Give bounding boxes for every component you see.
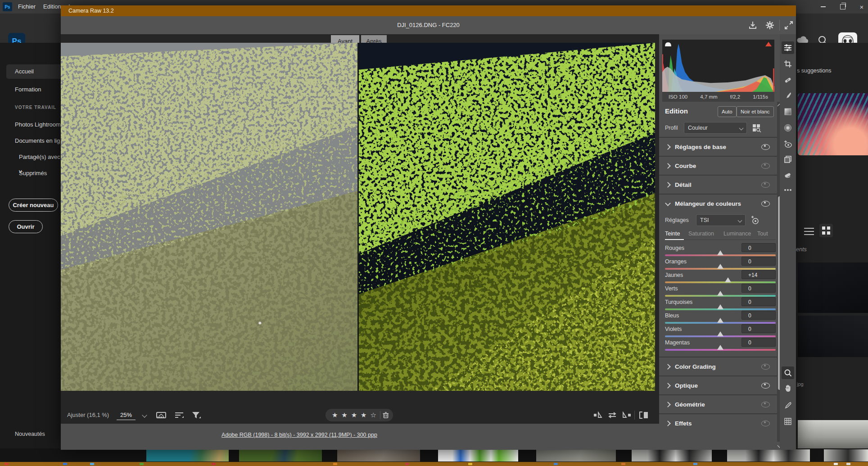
snapshot-tool-icon[interactable]	[782, 168, 794, 181]
tab-saturation[interactable]: Saturation	[688, 231, 714, 237]
taskbar[interactable]	[0, 462, 868, 466]
taskbar-icon[interactable]	[554, 463, 558, 465]
section-color-grading[interactable]: Color Grading	[659, 357, 777, 376]
zoom-fit-label[interactable]: Ajuster (16,1 %)	[67, 412, 109, 418]
recent-file-thumbnail[interactable]	[824, 449, 868, 461]
slider-track[interactable]	[665, 295, 776, 297]
suggestion-thumbnail[interactable]	[798, 93, 868, 155]
swap-before-after-icon[interactable]	[606, 410, 618, 421]
taskbar-icon[interactable]	[140, 463, 144, 465]
sidebar-item-shared[interactable]: Partagé(s) avec v	[0, 150, 61, 164]
hand-tool-icon[interactable]	[782, 382, 794, 394]
auto-button[interactable]: Auto	[718, 106, 737, 117]
sidebar-item-cloud-documents[interactable]: Documents en lig	[0, 134, 61, 148]
section-effects[interactable]: Effets	[659, 413, 777, 432]
star-icon[interactable]: ★	[339, 411, 349, 419]
after-image-pane[interactable]	[359, 43, 655, 391]
split-view-icon[interactable]	[638, 410, 650, 421]
section-basic[interactable]: Réglages de base	[659, 137, 777, 156]
presets-panel-icon[interactable]	[782, 153, 794, 166]
window-close-button[interactable]: ×	[852, 0, 868, 14]
slider-value-box[interactable]: +14	[741, 270, 776, 279]
sidebar-item-learn[interactable]: Formation	[0, 82, 61, 97]
create-new-button[interactable]: Créer nouveau	[9, 199, 58, 212]
section-curve[interactable]: Courbe	[659, 156, 777, 175]
visibility-eye-icon[interactable]	[761, 364, 770, 370]
star-icon[interactable]: ☆	[369, 411, 378, 419]
mixer-settings-select[interactable]: TSI	[696, 214, 746, 226]
recent-file-thumbnail[interactable]	[798, 262, 868, 313]
sampler-tool-icon[interactable]	[782, 399, 794, 412]
profile-browser-icon[interactable]	[752, 123, 762, 132]
recent-file-thumbnail[interactable]	[798, 420, 868, 448]
grid-view-icon[interactable]	[819, 224, 833, 237]
slider-thumb[interactable]	[717, 304, 723, 309]
window-minimize-button[interactable]	[813, 0, 833, 14]
slider-value-box[interactable]: 0	[741, 284, 776, 293]
slider-track[interactable]	[665, 254, 776, 256]
output-settings-link[interactable]: Adobe RGB (1998) - 8 bit(s) - 3992 x 299…	[61, 432, 538, 438]
star-icon[interactable]: ★	[330, 411, 339, 419]
recent-file-thumbnail[interactable]	[239, 449, 322, 461]
filmstrip-icon[interactable]	[155, 410, 167, 421]
section-detail[interactable]: Détail	[659, 175, 777, 194]
slider-track[interactable]	[665, 349, 776, 351]
recent-file-thumbnail[interactable]	[727, 449, 810, 461]
pane-divider[interactable]	[357, 43, 359, 391]
slider-thumb[interactable]	[717, 345, 723, 350]
more-tools-icon[interactable]	[782, 184, 794, 196]
whats-new-link[interactable]: Nouveautés	[15, 431, 45, 437]
recent-file-thumbnail[interactable]	[438, 449, 518, 461]
radial-gradient-tool-icon[interactable]	[782, 122, 794, 134]
slider-track[interactable]	[665, 281, 776, 283]
brush-tool-icon[interactable]	[782, 89, 794, 102]
taskbar-icon[interactable]	[5, 463, 9, 465]
slider-value-box[interactable]: 0	[741, 324, 776, 333]
taskbar-icon[interactable]	[621, 463, 625, 465]
section-geometry[interactable]: Géométrie	[659, 394, 777, 413]
histogram[interactable]	[662, 40, 774, 92]
linear-gradient-tool-icon[interactable]	[782, 105, 794, 118]
star-icon[interactable]: ★	[349, 411, 359, 419]
star-icon[interactable]: ★	[359, 411, 368, 419]
copy-settings-before-icon[interactable]	[592, 410, 604, 421]
sort-order-icon[interactable]	[173, 410, 185, 421]
copy-settings-after-icon[interactable]	[621, 410, 633, 421]
profile-select[interactable]: Couleur	[684, 122, 747, 134]
crop-tool-icon[interactable]	[782, 58, 794, 70]
visibility-eye-icon[interactable]	[761, 421, 770, 426]
tab-luminance[interactable]: Luminance	[723, 231, 751, 237]
menu-fichier[interactable]: Fichier	[18, 3, 36, 10]
targeted-adjustment-icon[interactable]	[750, 215, 760, 225]
taskbar-icon[interactable]	[468, 463, 472, 465]
open-button-home[interactable]: Ouvrir	[9, 220, 43, 233]
visibility-eye-icon[interactable]	[761, 201, 770, 207]
taskbar-icon[interactable]	[834, 463, 838, 465]
slider-value-box[interactable]: 0	[741, 243, 776, 252]
visibility-eye-icon[interactable]	[761, 383, 770, 389]
taskbar-icon[interactable]	[63, 463, 67, 465]
taskbar-icon[interactable]	[405, 463, 409, 465]
zoom-dropdown-chevron-icon[interactable]	[142, 412, 147, 417]
tab-hue[interactable]: Teinte	[665, 231, 680, 237]
section-optics[interactable]: Optique	[659, 376, 777, 394]
list-view-icon[interactable]	[803, 226, 815, 236]
healing-tool-icon[interactable]	[782, 74, 794, 86]
fullscreen-toggle-icon[interactable]	[783, 19, 795, 31]
slider-track[interactable]	[665, 308, 776, 310]
trash-icon[interactable]	[382, 412, 389, 419]
recent-file-thumbnail[interactable]	[146, 449, 229, 461]
slider-value-box[interactable]: 0	[741, 338, 776, 347]
sidebar-item-home[interactable]: Accueil	[6, 64, 61, 79]
visibility-eye-icon[interactable]	[761, 163, 770, 169]
section-color-mixer[interactable]: Mélangeur de couleurs	[659, 194, 777, 213]
sidebar-item-lightroom-photos[interactable]: Photos Lightroom	[0, 118, 61, 132]
taskbar-icon[interactable]	[693, 463, 697, 465]
recent-file-thumbnail[interactable]	[632, 449, 712, 461]
taskbar-icon[interactable]	[90, 463, 94, 465]
shadow-clipping-icon[interactable]	[664, 41, 672, 47]
slider-value-box[interactable]: 0	[741, 311, 776, 320]
slider-thumb[interactable]	[717, 250, 723, 255]
slider-track[interactable]	[665, 322, 776, 324]
slider-thumb[interactable]	[717, 331, 723, 336]
